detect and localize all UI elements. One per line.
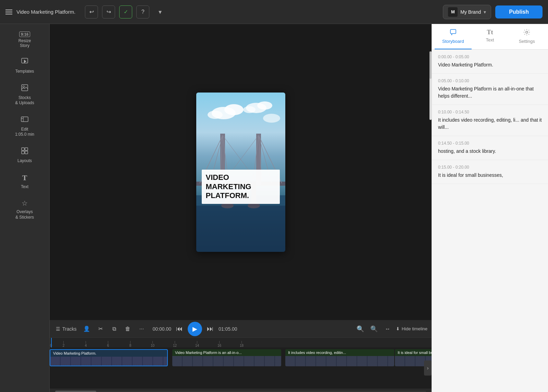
storyboard-item-1[interactable]: 0:00.00 - 0:05.00 Video Marketing Platfo… — [432, 50, 548, 74]
panel-tabs: Storyboard Tt Text Settings — [432, 24, 548, 50]
storyboard-tab-label: Storyboard — [442, 39, 464, 44]
svg-point-38 — [451, 34, 452, 35]
app-title: Video Marketing Platform. — [16, 9, 75, 15]
svg-point-40 — [526, 31, 528, 33]
undo-button[interactable]: ↩ — [85, 5, 98, 19]
storyboard-time-4: 0:14.50 - 0:15.00 — [438, 141, 542, 146]
zoom-in-button[interactable]: 🔍 — [355, 323, 366, 334]
playhead — [51, 338, 52, 347]
storyboard-time-1: 0:00.00 - 0:05.00 — [438, 54, 542, 59]
storyboard-item-2[interactable]: 0:05.00 - 0:10.00 Video Marketing Platfo… — [432, 74, 548, 105]
clip-2-label: Video Marketing Platform is an all-in-o.… — [172, 349, 281, 356]
clip-1-label: Video Marketing Platform. — [50, 350, 167, 357]
layouts-icon — [21, 147, 28, 156]
brand-name: My Brand — [460, 9, 481, 15]
skip-forward-button[interactable]: ⏭ — [205, 323, 216, 334]
stocks-icon — [21, 84, 28, 93]
sidebar-item-text[interactable]: T Text — [0, 169, 49, 195]
svg-point-17 — [263, 114, 280, 123]
resize-ratio: 9:16 — [19, 32, 30, 37]
templates-icon — [21, 58, 28, 67]
check-button[interactable]: ✓ — [119, 5, 132, 19]
dropdown-button[interactable]: ▾ — [153, 5, 166, 19]
text-tab-icon: Tt — [487, 29, 493, 36]
svg-rect-4 — [21, 117, 28, 122]
clip-3[interactable]: It includes video recording, editin... — [285, 349, 394, 366]
help-button[interactable]: ? — [136, 5, 149, 19]
timeline-tracks[interactable]: Video Marketing Platform. Video Marketin… — [50, 347, 432, 389]
brand-selector[interactable]: M My Brand ▾ — [443, 5, 491, 19]
storyboard-text-3: It includes video recording, editing, li… — [438, 117, 542, 131]
storyboard-item-4[interactable]: 0:14.50 - 0:15.00 hosting, and a stock l… — [432, 136, 548, 160]
sidebar: 9:16 ResizeStory Templates Stocks& Uploa… — [0, 24, 50, 392]
hide-icon: ⬇ — [396, 326, 400, 331]
templates-label: Templates — [15, 69, 34, 74]
clip-2-filmstrip — [172, 356, 281, 366]
tab-settings[interactable]: Settings — [508, 24, 545, 49]
header: Video Marketing Platform. ↩ ↪ ✓ ? ▾ M My… — [0, 0, 548, 24]
clip-3-label: It includes video recording, editin... — [285, 349, 394, 356]
copy-button[interactable]: ⧉ — [109, 323, 120, 334]
sidebar-item-templates[interactable]: Templates — [0, 53, 49, 79]
settings-tab-icon — [523, 29, 530, 37]
play-button[interactable]: ▶ — [188, 322, 202, 336]
storyboard-list[interactable]: 0:00.00 - 0:05.00 Video Marketing Platfo… — [432, 50, 548, 392]
tracks-button[interactable]: ☰ Tracks — [54, 323, 78, 334]
timeline-section: ☰ Tracks 👤 ✂ ⧉ 🗑 ··· 00:00.00 ⏮ ▶ ⏭ 01:0… — [50, 320, 432, 392]
clip-1[interactable]: Video Marketing Platform. — [50, 349, 168, 366]
svg-rect-7 — [22, 148, 24, 150]
text-tab-label: Text — [486, 37, 494, 42]
publish-button[interactable]: Publish — [495, 5, 543, 19]
sidebar-item-layouts[interactable]: Layouts — [0, 142, 49, 169]
hide-timeline-button[interactable]: ⬇ Hide timeline — [396, 326, 427, 331]
scrollbar-thumb[interactable] — [55, 391, 96, 392]
sidebar-item-stocks[interactable]: Stocks& Uploads — [0, 79, 49, 111]
ruler-mark-4: 4 — [75, 341, 97, 347]
svg-point-12 — [224, 104, 244, 115]
brand-avatar: M — [448, 7, 458, 17]
tab-text[interactable]: Tt Text — [472, 24, 509, 49]
current-time: 00:00.00 — [152, 326, 171, 332]
sidebar-item-edit[interactable]: Edit1:05.0 min — [0, 111, 49, 142]
canvas-wrapper: VIDEO MARKETING PLATFORM. — [50, 24, 432, 320]
storyboard-item-5[interactable]: 0:15.00 - 0:20.00 It is ideal for small … — [432, 160, 548, 184]
text-icon: T — [22, 173, 27, 182]
clip-2[interactable]: Video Marketing Platform is an all-in-o.… — [172, 349, 281, 366]
more-button[interactable]: ··· — [136, 323, 147, 334]
overlay-line1: VIDEO — [206, 173, 276, 182]
svg-rect-9 — [22, 151, 24, 154]
brand-chevron: ▾ — [484, 9, 486, 15]
panel-scrollbar-thumb[interactable] — [429, 51, 432, 79]
menu-icon[interactable] — [5, 10, 12, 14]
fit-button[interactable]: ↔ — [382, 323, 393, 334]
scroll-right-button[interactable]: › — [424, 360, 432, 376]
redo-button[interactable]: ↪ — [102, 5, 115, 19]
tracks-label: Tracks — [62, 326, 76, 332]
tab-storyboard[interactable]: Storyboard — [435, 24, 472, 49]
storyboard-item-3[interactable]: 0:10.00 - 0:14.50 It includes video reco… — [432, 105, 548, 136]
resize-label: ResizeStory — [18, 38, 31, 48]
delete-button[interactable]: 🗑 — [122, 323, 133, 334]
sidebar-item-resize[interactable]: 9:16 ResizeStory — [0, 27, 49, 53]
timeline-scrollbar[interactable] — [55, 391, 426, 392]
video-preview[interactable]: VIDEO MARKETING PLATFORM. — [196, 93, 285, 252]
edit-icon — [21, 115, 28, 125]
right-panel: Storyboard Tt Text Settings 0:00.00 - 0:… — [432, 24, 548, 392]
storyboard-text-5: It is ideal for small businesses, — [438, 172, 542, 179]
center-and-timeline: VIDEO MARKETING PLATFORM. ☰ Tracks 👤 ✂ ⧉… — [50, 24, 432, 392]
cut-button[interactable]: ✂ — [95, 323, 106, 334]
svg-marker-1 — [24, 60, 26, 63]
hide-label: Hide timeline — [402, 326, 427, 331]
sidebar-item-overlays[interactable]: ☆ Overlays& Stickers — [0, 194, 49, 225]
avatar-track-button[interactable]: 👤 — [81, 323, 92, 334]
storyboard-time-2: 0:05.00 - 0:10.00 — [438, 78, 542, 83]
ruler-mark-2: 2 — [52, 341, 75, 347]
svg-rect-37 — [450, 29, 456, 34]
storyboard-time-5: 0:15.00 - 0:20.00 — [438, 165, 542, 170]
timeline-toolbar: ☰ Tracks 👤 ✂ ⧉ 🗑 ··· 00:00.00 ⏮ ▶ ⏭ 01:0… — [50, 320, 432, 338]
svg-point-16 — [243, 106, 256, 113]
skip-back-button[interactable]: ⏮ — [174, 323, 185, 334]
main-content: 9:16 ResizeStory Templates Stocks& Uploa… — [0, 24, 548, 392]
ruler-mark-16: 16 — [208, 341, 231, 347]
zoom-out-button[interactable]: 🔍 — [369, 323, 379, 334]
